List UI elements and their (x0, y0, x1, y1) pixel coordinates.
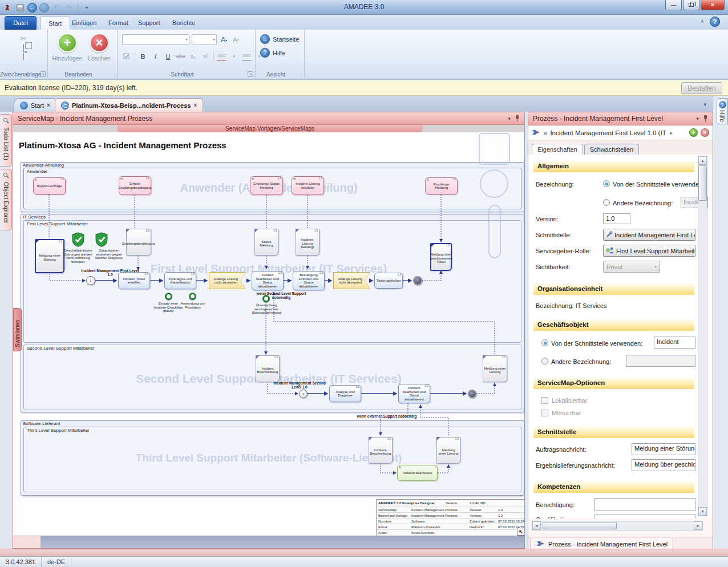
doc-incident-beschreibung[interactable]: 1.0Incident-Beschreibung (369, 437, 393, 464)
radio-von-schnittstelle[interactable] (541, 339, 548, 346)
panel-menu-icon[interactable]: ▾ (508, 116, 511, 122)
doc-meldung-einer-loesung[interactable]: 1.0Meldung einer Lösung (436, 437, 460, 464)
diagram-canvas[interactable]: Platinum-Xtosa AG - Incident Management … (13, 132, 524, 536)
radio-andere-bezeichnung[interactable] (541, 358, 548, 364)
font-color-button[interactable]: ABC (242, 51, 252, 61)
expand-selector-icon[interactable]: ▸ (670, 130, 673, 136)
cut-icon[interactable]: ✂ (21, 34, 27, 43)
sidebar-tab-object-explorer[interactable]: Object Explorer (1, 169, 12, 230)
servicegeber-rolle-button[interactable]: First Level Support Mitarbeiter (603, 245, 695, 257)
help-icon[interactable]: ? (710, 17, 720, 27)
scrollbar-thumb[interactable] (543, 522, 617, 529)
doc-status-meldung[interactable]: 1.0Status Meldung (254, 229, 278, 256)
status-locale[interactable]: de-DE (42, 557, 71, 567)
close-tab-icon[interactable]: × (47, 102, 50, 108)
superscript-button[interactable]: x² (201, 51, 211, 61)
file-menu-button[interactable]: Datei (5, 16, 37, 30)
tab-einfuegen[interactable]: Einfügen (64, 17, 104, 30)
task-analyse-und-diagnose[interactable]: 1.0Analyse und Diagnose (329, 385, 361, 402)
vertical-scrollbar[interactable]: ▲ ▼ (698, 156, 707, 516)
schnittstelle-button[interactable]: Incident Management First Level (603, 229, 695, 241)
task-bestaetigung-einholen[interactable]: 1.0Bestätigung einholen und Status aktua… (293, 271, 325, 290)
help-button[interactable]: ? Hilfe (260, 48, 299, 58)
node-erhalte-empfangsbestaetigung[interactable]: ✉1.0Erhalte Empfangsbestätigung (119, 176, 151, 195)
doc-meldung-ueber-geschlossenes-ticket[interactable]: 1.0Meldung über geschlossenes Ticket (430, 243, 452, 271)
kpi-icon[interactable] (262, 295, 270, 302)
radio-von-schnittstelle[interactable] (603, 180, 610, 187)
format-painter-icon[interactable] (122, 51, 132, 61)
start-event[interactable]: 1 (86, 276, 95, 285)
panel-menu-icon[interactable]: ▾ (696, 116, 699, 122)
help-flyout-tab[interactable]: ? Hilfe (717, 98, 728, 124)
collapse-selector-icon[interactable]: « (544, 129, 547, 136)
node-incident-loesung-bestaetigt[interactable]: ✉1.0Incident-Lösung bestätigt (292, 176, 324, 195)
berechtigung-input[interactable] (594, 498, 695, 511)
paste-icon[interactable] (23, 53, 24, 60)
tab-list-dropdown-icon[interactable]: ▾ (703, 102, 706, 107)
font-family-combobox[interactable]: ▾ (122, 34, 189, 45)
swimlanes-tab[interactable]: Swimlanes (13, 308, 22, 351)
scroll-down-icon[interactable]: ▼ (698, 507, 707, 516)
doc-meldung-einer-loesung[interactable]: 1.0Meldung einer Lösung (483, 355, 507, 382)
pan-overview-button[interactable]: ↖ (517, 528, 524, 536)
task-ticket-schliessen[interactable]: 1.0Ticket schließen (374, 273, 403, 289)
task-incident-bearbeiten-und-status[interactable]: 1.0Incident bearbeiten und Status aktual… (252, 271, 284, 290)
close-button[interactable]: × (701, 0, 725, 10)
checkbox-mitnutzbar[interactable] (541, 410, 548, 416)
italic-button[interactable]: I (151, 51, 160, 61)
sichtbarkeit-dropdown[interactable]: Privat ▾ (603, 261, 660, 273)
kpi-icon[interactable] (189, 293, 196, 300)
tab-process-document[interactable]: Platinum-Xtosa-Beisp...ncident-Process × (55, 98, 203, 112)
auftragsnachricht-input[interactable]: Meldung einer Störung (632, 443, 695, 455)
scrollbar-thumb[interactable] (698, 165, 707, 201)
task-incident-bearbeiten-und-status[interactable]: 1.0Incident bearbeiten und Status aktual… (398, 384, 430, 403)
kpi-icon[interactable] (165, 293, 172, 300)
node-empfange-status-meldung[interactable]: ✉1.0Empfange Status Meldung (250, 176, 283, 195)
add-button[interactable]: + Hinzufügen (51, 33, 83, 73)
grow-font-button[interactable]: A▴ (219, 35, 229, 44)
start-event[interactable]: 1 (299, 390, 308, 398)
checkbox-lokalisierbar[interactable] (541, 397, 548, 404)
pin-icon[interactable] (703, 115, 708, 122)
bold-button[interactable]: B (138, 51, 148, 61)
dialog-launcher-icon[interactable]: ↘ (248, 71, 253, 77)
delete-button[interactable]: × Löschen (83, 33, 115, 73)
remove-icon[interactable]: × (701, 128, 709, 137)
font-size-combobox[interactable]: ▾ (192, 34, 217, 45)
loop-solange-loesung-nicht-akzeptiert[interactable]: solange Lösung nicht akzeptiert (333, 272, 370, 289)
risk-shield-icon[interactable] (95, 232, 108, 249)
doc-empfangsbestaetigung[interactable]: 1.0Empfangsbestätigung (126, 229, 151, 256)
highlight-color-button[interactable]: ABC (217, 51, 227, 61)
breadcrumb[interactable]: ServiceMap-Vorlagen/ServiceMaps (117, 125, 423, 132)
dialog-launcher-icon[interactable]: ↘ (40, 71, 46, 77)
risk-shield-icon[interactable] (72, 232, 84, 249)
horizontal-scrollbar[interactable]: ◄ ► (532, 521, 703, 530)
geschaeftsobjekt-input[interactable]: Incident (654, 337, 695, 349)
task-incident-bearbeiten-extern[interactable]: A1Incident bearbeiten (397, 465, 438, 481)
ergebnislieferungsnachricht-input[interactable]: Meldung über geschlossenes Ticket (632, 459, 695, 471)
tab-support[interactable]: Support (130, 17, 168, 30)
shrink-font-button[interactable]: A▾ (231, 35, 241, 44)
tab-schwachstellen[interactable]: Schwachstellen (584, 144, 639, 155)
node-support-anfrage[interactable]: A1.0Support-Anfrage (33, 177, 66, 195)
scroll-right-icon[interactable]: ► (694, 521, 702, 530)
doc-incident-beschreibung[interactable]: 1.0Incident Beschreibung (256, 355, 280, 382)
task-incident-ticket-erstellen[interactable]: 1.0Incident Ticket erstellen (118, 272, 150, 289)
version-input[interactable]: 1.0 (603, 213, 630, 224)
diagram-horizontal-scrollbar[interactable] (41, 536, 524, 548)
qualifikation-input[interactable] (594, 515, 695, 519)
scroll-up-icon[interactable]: ▲ (698, 156, 707, 165)
tab-start-page[interactable]: ⌂ Start × (13, 98, 57, 112)
tab-berichte[interactable]: Berichte (164, 17, 203, 30)
task-voranalyse-und-klassifikation[interactable]: 1.0Voranalyse und Klassifikation (164, 272, 196, 289)
loop-solange-loesung-nicht-akzeptiert[interactable]: solange Lösung nicht akzeptiert (209, 272, 246, 289)
sidebar-tab-todo-list[interactable]: Todo List (1) (1, 114, 12, 167)
collapse-ribbon-icon[interactable]: ∧ (700, 18, 704, 24)
andere-bezeichnung-input[interactable] (626, 355, 695, 367)
end-event[interactable] (468, 390, 476, 398)
end-event[interactable] (413, 276, 422, 285)
radio-andere-bezeichnung[interactable] (603, 199, 610, 206)
doc-meldung-einer-stoerung[interactable]: 1.0Meldung einer Störung (35, 239, 64, 273)
underline-button[interactable]: U (163, 51, 173, 61)
subscript-button[interactable]: x₂ (188, 51, 198, 61)
